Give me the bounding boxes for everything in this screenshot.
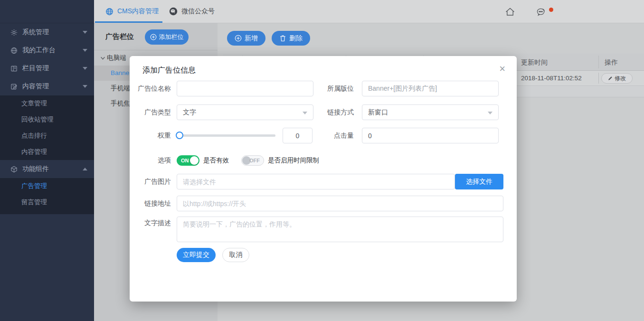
sidebar: 系统管理 我的工作台 栏目管理	[0, 0, 94, 321]
delete-button-label: 删除	[289, 34, 303, 43]
app-root: 系统管理 我的工作台 栏目管理	[0, 0, 644, 321]
tree-item-label: 手机端	[94, 85, 130, 92]
toggle-on-label: ON	[181, 155, 189, 166]
chevron-down-icon	[83, 49, 87, 52]
ad-image-input[interactable]	[177, 174, 455, 189]
section-label: 所属版位	[310, 81, 354, 96]
edit-doc-icon	[10, 83, 18, 90]
sidebar-item-content[interactable]: 内容管理	[0, 77, 94, 95]
link-url-label: 链接地址	[130, 196, 171, 211]
sidebar-item-components[interactable]: 功能组件	[0, 160, 94, 178]
columns-icon	[10, 65, 18, 72]
link-url-input[interactable]	[177, 196, 503, 211]
slider-handle[interactable]	[176, 132, 183, 139]
modal-title: 添加广告位信息	[142, 66, 196, 76]
sidebar-item-label: 我的工作台	[22, 46, 83, 55]
ad-name-label: 广告位名称	[130, 81, 171, 96]
ad-name-input[interactable]	[177, 81, 313, 96]
add-ad-modal: 添加广告位信息 × 广告位名称 所属版位 Banner+[图片列表广告] 广告类…	[130, 56, 517, 302]
add-column-button[interactable]: 添加栏位	[145, 29, 189, 45]
clicks-label: 点击量	[310, 128, 354, 143]
sidebar-item-system[interactable]: 系统管理	[0, 23, 94, 41]
section-input[interactable]: Banner+[图片列表广告]	[362, 81, 499, 96]
header-actions: 操作	[605, 54, 618, 71]
close-icon[interactable]: ×	[499, 64, 505, 74]
weight-slider[interactable]	[177, 134, 275, 137]
globe-icon	[10, 47, 18, 54]
toolbar: 新增 删除	[227, 31, 310, 46]
clicks-input[interactable]	[362, 128, 499, 143]
message-icon[interactable]	[536, 6, 547, 18]
tab-wechat[interactable]: 微信公众号	[169, 0, 215, 23]
caret-down-icon	[100, 56, 105, 61]
description-textarea[interactable]	[177, 217, 503, 242]
globe-icon	[105, 8, 114, 16]
ad-type-label: 广告类型	[130, 104, 171, 120]
cancel-button[interactable]: 取消	[222, 248, 249, 262]
sidebar-item-ad-manage[interactable]: 广告管理	[0, 178, 94, 194]
sidebar-item-recycle[interactable]: 回收站管理	[0, 112, 94, 128]
active-tab-underline	[95, 21, 162, 23]
column-divider	[598, 56, 599, 68]
gear-icon	[10, 29, 18, 36]
sidebar-item-message-manage[interactable]: 留言管理	[0, 194, 94, 210]
chevron-down-icon	[83, 85, 87, 88]
sidebar-submenu-content: 文章管理 回收站管理 点击排行 内容管理	[0, 95, 94, 160]
sidebar-item-label: 系统管理	[22, 28, 83, 37]
submit-label: 立即提交	[183, 251, 209, 259]
cell-updated-time: 2018-11-08T11:02:52	[521, 71, 582, 86]
tab-cms-content[interactable]: CMS内容管理	[105, 0, 159, 23]
wechat-icon	[169, 7, 178, 16]
column-divider	[598, 73, 599, 84]
sidebar-item-content-manage[interactable]: 内容管理	[0, 144, 94, 160]
tree-item-label: 电脑端	[94, 54, 126, 61]
chevron-down-icon	[83, 31, 87, 34]
choose-file-button[interactable]: 选择文件	[455, 174, 503, 189]
link-mode-value: 新窗口	[368, 108, 388, 116]
time-limit-toggle[interactable]: OFF	[241, 155, 264, 166]
notification-dot	[549, 8, 553, 12]
edit-button[interactable]: 修改	[601, 73, 633, 84]
weight-input[interactable]	[283, 128, 313, 143]
active-toggle[interactable]: ON	[177, 155, 199, 166]
sidebar-item-columns[interactable]: 栏目管理	[0, 59, 94, 77]
header-updated-time: 更新时间	[521, 54, 548, 71]
options-label: 选项	[130, 152, 171, 168]
add-column-label: 添加栏位	[159, 33, 184, 41]
sidebar-item-label: 栏目管理	[22, 64, 83, 73]
delete-button[interactable]: 删除	[272, 31, 310, 46]
sidebar-item-label: 功能组件	[22, 165, 83, 173]
ad-image-label: 广告图片	[130, 174, 171, 189]
tree-item-label: Banner	[94, 69, 132, 76]
toggle-knob	[190, 156, 199, 165]
tab-label: CMS内容管理	[117, 7, 159, 16]
logo-area	[0, 0, 94, 23]
link-mode-select[interactable]: 新窗口	[362, 104, 499, 120]
sidebar-item-label: 内容管理	[22, 82, 83, 91]
ad-type-select[interactable]: 文字	[177, 104, 313, 120]
sidebar-item-click-ranking[interactable]: 点击排行	[0, 128, 94, 144]
topbar: CMS内容管理 微信公众号	[94, 0, 644, 23]
weight-label: 权重	[130, 128, 171, 143]
panel-title: 广告栏位	[105, 32, 134, 41]
description-label: 文字描述	[130, 218, 171, 227]
chevron-up-icon	[83, 168, 87, 170]
active-toggle-text: 是否有效	[203, 155, 229, 166]
plus-circle-icon	[150, 34, 157, 40]
cancel-label: 取消	[229, 251, 243, 259]
sidebar-item-workbench[interactable]: 我的工作台	[0, 41, 94, 59]
edit-button-label: 修改	[615, 75, 626, 83]
submit-button[interactable]: 立即提交	[177, 248, 216, 262]
chevron-down-icon	[83, 67, 87, 70]
sidebar-submenu-components: 广告管理 留言管理	[0, 178, 94, 214]
time-limit-toggle-text: 是否启用时间限制	[268, 155, 319, 166]
sidebar-item-articles[interactable]: 文章管理	[0, 95, 94, 112]
add-button[interactable]: 新增	[227, 31, 265, 46]
pencil-icon	[608, 76, 613, 81]
plus-circle-icon	[235, 35, 242, 42]
home-icon[interactable]	[504, 6, 516, 18]
add-button-label: 新增	[245, 34, 258, 43]
cube-icon	[10, 166, 18, 173]
ad-type-value: 文字	[183, 108, 196, 116]
choose-file-label: 选择文件	[466, 178, 492, 186]
